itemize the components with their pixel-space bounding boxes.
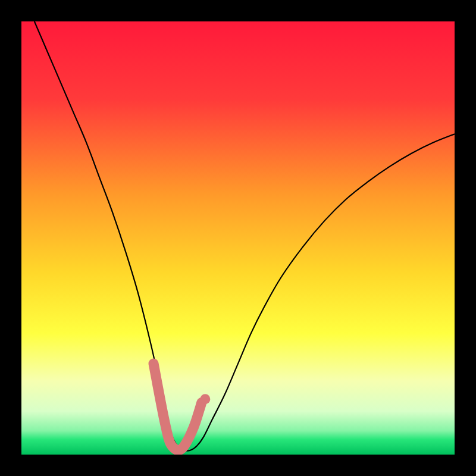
valley-end-dot [200,394,210,404]
chart-frame: TheBottleneck.com [0,0,476,476]
plot-bg [21,21,455,455]
bottleneck-chart [0,0,476,476]
